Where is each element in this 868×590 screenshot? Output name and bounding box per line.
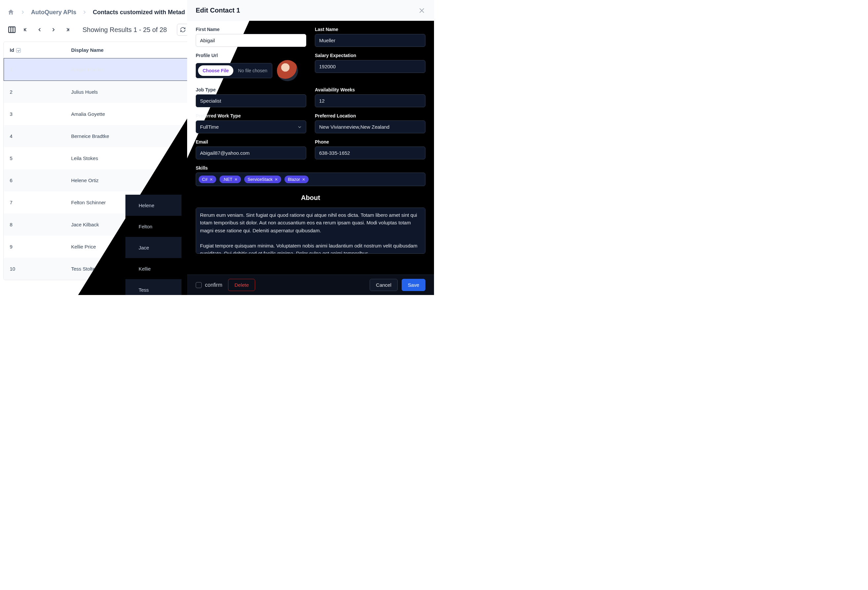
no-file-text: No file chosen [233, 68, 267, 73]
chevron-right-icon [81, 9, 87, 15]
phone-input[interactable] [315, 146, 425, 159]
choose-file-button[interactable]: Choose File [198, 65, 233, 76]
tag-label: ServiceStack [248, 177, 273, 182]
page-next-button[interactable] [49, 25, 58, 34]
avail-weeks-input[interactable] [315, 94, 425, 107]
tag-remove-icon[interactable]: ✕ [302, 177, 305, 182]
column-header-id[interactable]: Id [4, 42, 65, 58]
cell-display-name: Julius Huels [65, 81, 199, 103]
label-avail-weeks: Availability Weeks [315, 87, 425, 92]
cell-id: 10 [4, 258, 65, 280]
label-pref-location: Preferred Location [315, 113, 425, 118]
tag-label: Blazor [288, 177, 300, 182]
label-job-type: Job Type [196, 87, 306, 92]
about-textarea[interactable] [196, 208, 425, 254]
tag-remove-icon[interactable]: ✕ [210, 177, 213, 182]
label-profile-url: Profile Url [196, 53, 306, 58]
skill-tag[interactable]: C#✕ [199, 176, 216, 183]
label-last-name: Last Name [315, 27, 425, 32]
page-first-button[interactable] [21, 25, 30, 34]
svg-rect-0 [9, 27, 15, 32]
cell-id: 3 [4, 103, 65, 125]
table-cell: Tess [125, 279, 182, 295]
first-name-input[interactable] [196, 34, 306, 47]
tag-label: C# [202, 177, 208, 182]
tag-remove-icon[interactable]: ✕ [234, 177, 238, 182]
cell-id: 6 [4, 169, 65, 192]
label-phone: Phone [315, 139, 425, 145]
breadcrumb-item-apis[interactable]: AutoQuery APIs [31, 9, 76, 16]
table-cell: Jace [125, 237, 182, 258]
page-last-button[interactable] [63, 25, 72, 34]
cell-display-name: Abigail Mueller [65, 58, 199, 81]
salary-input[interactable] [315, 60, 425, 73]
columns-button[interactable] [7, 25, 16, 34]
confirm-label: confirm [205, 282, 222, 288]
edit-contact-panel: Edit Contact 1 First Name Last Name Prof… [187, 0, 434, 295]
pref-location-input[interactable] [315, 121, 425, 133]
cell-id: 9 [4, 236, 65, 258]
cell-id: 8 [4, 214, 65, 236]
table-cell: Helene [125, 195, 182, 216]
skill-tag[interactable]: ServiceStack✕ [244, 176, 281, 183]
cell-id: 5 [4, 147, 65, 169]
table-cell: Felton [125, 216, 182, 237]
page-prev-button[interactable] [35, 25, 44, 34]
cell-id: 2 [4, 81, 65, 103]
table-cell: Kellie [125, 258, 182, 279]
save-button[interactable]: Save [402, 279, 425, 291]
cell-id: 7 [4, 192, 65, 214]
sort-icon [16, 48, 21, 53]
last-name-input[interactable] [315, 34, 425, 47]
tag-label: .NET [223, 177, 233, 182]
home-icon[interactable] [7, 9, 15, 16]
panel-title: Edit Contact 1 [196, 7, 240, 14]
column-header-display-name[interactable]: Display Name [65, 42, 199, 58]
skill-tag[interactable]: .NET✕ [220, 176, 241, 183]
cell-id: 4 [4, 125, 65, 147]
label-pref-work-type: Preferred Work Type [196, 113, 306, 118]
breadcrumb-item-current: Contacts customized with Metad [93, 9, 185, 16]
close-icon[interactable] [418, 7, 425, 14]
cancel-button[interactable]: Cancel [370, 279, 398, 291]
cell-display-name: Amalia Goyette [65, 103, 199, 125]
label-first-name: First Name [196, 27, 306, 32]
about-heading: About [196, 194, 425, 202]
pref-work-type-select[interactable] [196, 121, 306, 133]
confirm-checkbox[interactable] [196, 282, 202, 288]
profile-avatar-preview [277, 60, 298, 81]
email-input[interactable] [196, 146, 306, 159]
label-email: Email [196, 139, 306, 145]
skill-tag[interactable]: Blazor✕ [285, 176, 309, 183]
cell-id: 1 [4, 58, 65, 81]
file-input[interactable]: Choose File No file chosen [196, 63, 272, 78]
tag-remove-icon[interactable]: ✕ [275, 177, 278, 182]
job-type-input[interactable] [196, 94, 306, 107]
label-salary: Salary Expectation [315, 53, 425, 58]
delete-button[interactable]: Delete [228, 279, 255, 291]
label-skills: Skills [196, 165, 425, 171]
skills-tag-input[interactable]: C#✕.NET✕ServiceStack✕Blazor✕ [196, 173, 425, 186]
dark-first-name-column: Helene Felton Jace Kellie Tess [125, 195, 182, 295]
results-summary: Showing Results 1 - 25 of 28 [77, 26, 170, 34]
chevron-right-icon [20, 9, 26, 15]
